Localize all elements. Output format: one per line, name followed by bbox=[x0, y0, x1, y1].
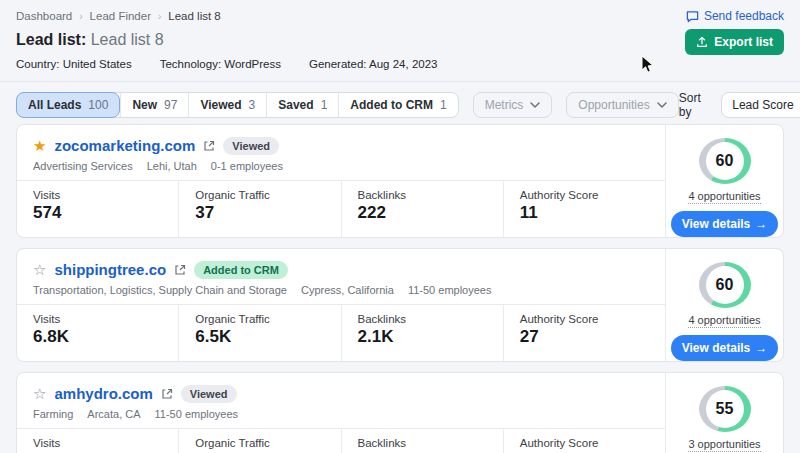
status-badge: Viewed bbox=[223, 137, 279, 155]
lead-card: ★ zocomarketing.com Viewed Advertising S… bbox=[16, 124, 784, 238]
chevron-down-icon bbox=[657, 102, 667, 108]
external-link-icon[interactable] bbox=[161, 388, 173, 400]
sort-area: Sort by Lead Score bbox=[679, 91, 800, 119]
page-title-value: Lead list 8 bbox=[91, 31, 164, 48]
view-details-button[interactable]: View details → bbox=[671, 335, 778, 361]
metric-value: 37 bbox=[195, 203, 324, 223]
tab-count: 3 bbox=[249, 98, 256, 112]
lead-score-gauge: 55 bbox=[699, 386, 751, 432]
lead-location: Arcata, CA bbox=[87, 408, 140, 420]
arrow-right-icon: → bbox=[755, 217, 767, 231]
metric-label: Organic Traffic bbox=[195, 437, 324, 449]
opportunities-link[interactable]: 3 opportunities bbox=[688, 438, 760, 452]
lead-location: Lehi, Utah bbox=[147, 160, 197, 172]
lead-score-gauge: 60 bbox=[699, 262, 751, 308]
tab-count: 1 bbox=[321, 98, 328, 112]
lead-employees: 0-1 employees bbox=[211, 160, 283, 172]
breadcrumb-lead-finder[interactable]: Lead Finder bbox=[90, 10, 151, 22]
lead-domain-link[interactable]: amhydro.com bbox=[54, 385, 152, 402]
page-header: Dashboard › Lead Finder › Lead list 8 Le… bbox=[0, 0, 800, 82]
lead-employees: 11-50 employees bbox=[408, 284, 492, 296]
metric-label: Authority Score bbox=[520, 313, 649, 325]
metric-label: Authority Score bbox=[520, 189, 649, 201]
tab-count: 100 bbox=[88, 98, 108, 112]
lead-details: Advertising Services Lehi, Utah 0-1 empl… bbox=[17, 155, 665, 172]
lead-card: ☆ amhydro.com Viewed Farming Arcata, CA … bbox=[16, 372, 784, 453]
metric-label: Visits bbox=[33, 189, 162, 201]
meta-generated: Generated: Aug 24, 2023 bbox=[309, 58, 438, 70]
metric-value: 11 bbox=[520, 203, 649, 223]
upload-icon bbox=[696, 36, 708, 48]
feedback-bubble-icon bbox=[686, 10, 699, 23]
tab-count: 1 bbox=[440, 98, 447, 112]
lead-domain-link[interactable]: zocomarketing.com bbox=[54, 137, 195, 154]
filter-toolbar: All Leads 100 New 97 Viewed 3 Saved 1 Ad… bbox=[16, 92, 784, 118]
lead-metrics: Visits Organic Traffic Backlinks Authori… bbox=[17, 428, 665, 453]
send-feedback-link[interactable]: Send feedback bbox=[686, 9, 784, 23]
meta-technology: Technology: WordPress bbox=[160, 58, 281, 70]
metric-label: Authority Score bbox=[520, 437, 649, 449]
metric-value: 574 bbox=[33, 203, 162, 223]
favorite-star-icon[interactable]: ★ bbox=[33, 138, 46, 153]
lead-card: ☆ shippingtree.co Added to CRM Transport… bbox=[16, 248, 784, 362]
metric-label: Backlinks bbox=[358, 189, 487, 201]
breadcrumb-separator: › bbox=[79, 11, 82, 22]
breadcrumb-lead-list: Lead list 8 bbox=[168, 10, 220, 22]
status-badge: Added to CRM bbox=[194, 261, 288, 279]
tab-new[interactable]: New 97 bbox=[120, 93, 188, 117]
metric-label: Backlinks bbox=[358, 313, 487, 325]
external-link-icon[interactable] bbox=[174, 264, 186, 276]
metric-label: Organic Traffic bbox=[195, 189, 324, 201]
breadcrumb-separator: › bbox=[158, 11, 161, 22]
lead-status-tabs: All Leads 100 New 97 Viewed 3 Saved 1 Ad… bbox=[16, 92, 459, 118]
status-badge: Viewed bbox=[181, 385, 237, 403]
lead-industry: Transportation, Logistics, Supply Chain … bbox=[33, 284, 287, 296]
lead-metrics: Visits574 Organic Traffic37 Backlinks222… bbox=[17, 180, 665, 237]
sort-select[interactable]: Lead Score bbox=[721, 92, 800, 118]
lead-location: Cypress, California bbox=[301, 284, 394, 296]
lead-cards-list: ★ zocomarketing.com Viewed Advertising S… bbox=[0, 124, 800, 453]
opportunities-link[interactable]: 4 opportunities bbox=[688, 314, 760, 328]
breadcrumb-dashboard[interactable]: Dashboard bbox=[16, 10, 72, 22]
metric-label: Organic Traffic bbox=[195, 313, 324, 325]
metric-label: Backlinks bbox=[358, 437, 487, 449]
view-details-button[interactable]: View details → bbox=[671, 211, 778, 237]
lead-details: Farming Arcata, CA 11-50 employees bbox=[17, 403, 665, 420]
metrics-dropdown[interactable]: Metrics bbox=[473, 92, 553, 118]
metric-value: 2.1K bbox=[358, 327, 487, 347]
page-title-label: Lead list: bbox=[16, 31, 86, 48]
opportunities-dropdown[interactable]: Opportunities bbox=[566, 92, 678, 118]
external-link-icon[interactable] bbox=[203, 140, 215, 152]
favorite-star-icon[interactable]: ☆ bbox=[33, 386, 46, 401]
metric-label: Visits bbox=[33, 437, 162, 449]
favorite-star-icon[interactable]: ☆ bbox=[33, 262, 46, 277]
page-title: Lead list: Lead list 8 bbox=[16, 30, 784, 50]
lead-domain-link[interactable]: shippingtree.co bbox=[54, 261, 166, 278]
metric-label: Visits bbox=[33, 313, 162, 325]
lead-employees: 11-50 employees bbox=[155, 408, 239, 420]
tab-count: 97 bbox=[164, 98, 177, 112]
arrow-right-icon: → bbox=[755, 341, 767, 355]
lead-metrics: Visits6.8K Organic Traffic6.5K Backlinks… bbox=[17, 304, 665, 361]
chevron-down-icon bbox=[530, 102, 540, 108]
tab-saved[interactable]: Saved 1 bbox=[266, 93, 338, 117]
breadcrumb: Dashboard › Lead Finder › Lead list 8 bbox=[16, 10, 784, 22]
lead-score-value: 55 bbox=[716, 400, 734, 418]
lead-industry: Advertising Services bbox=[33, 160, 133, 172]
tab-viewed[interactable]: Viewed 3 bbox=[188, 93, 266, 117]
opportunities-link[interactable]: 4 opportunities bbox=[688, 190, 760, 204]
lead-score-gauge: 60 bbox=[699, 138, 751, 184]
sort-by-label: Sort by bbox=[679, 91, 713, 119]
metric-value: 27 bbox=[520, 327, 649, 347]
metric-value: 6.5K bbox=[195, 327, 324, 347]
tab-added-to-crm[interactable]: Added to CRM 1 bbox=[338, 93, 457, 117]
metric-value: 222 bbox=[358, 203, 487, 223]
meta-country: Country: United States bbox=[16, 58, 132, 70]
list-meta: Country: United States Technology: WordP… bbox=[16, 58, 784, 81]
tab-all-leads[interactable]: All Leads 100 bbox=[16, 92, 120, 118]
export-list-button[interactable]: Export list bbox=[685, 29, 784, 55]
lead-details: Transportation, Logistics, Supply Chain … bbox=[17, 279, 665, 296]
lead-industry: Farming bbox=[33, 408, 73, 420]
lead-score-value: 60 bbox=[716, 276, 734, 294]
metric-value: 6.8K bbox=[33, 327, 162, 347]
